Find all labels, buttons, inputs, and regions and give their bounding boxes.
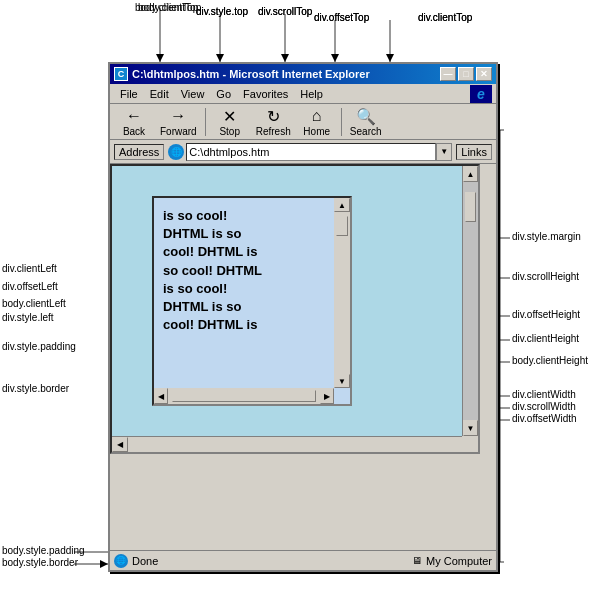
label-body-client-top-text: body.clientTop: [138, 2, 201, 13]
div-text-content: is so cool! DHTML is so cool! DHTML is s…: [159, 203, 330, 338]
label-div-client-width: div.clientWidth: [512, 389, 576, 400]
ie-addressbar: Address 🌐 C:\dhtmlpos.htm ▼ Links: [110, 140, 496, 164]
toolbar-separator-1: [205, 108, 206, 136]
address-label: Address: [114, 144, 164, 160]
stop-label: Stop: [219, 126, 240, 137]
menu-edit[interactable]: Edit: [144, 86, 175, 102]
back-label: Back: [123, 126, 145, 137]
home-button[interactable]: ⌂ Home: [297, 104, 337, 139]
div-scrollbar-horizontal[interactable]: ◀ ▶: [154, 388, 334, 404]
label-div-offset-height: div.offsetHeight: [512, 309, 580, 320]
forward-label: Forward: [160, 126, 197, 137]
ie-toolbar: ← Back → Forward ✕ Stop ↻ Refresh ⌂ Home: [110, 104, 496, 140]
label-div-offset-left: div.offsetLeft: [2, 281, 58, 292]
menu-favorites[interactable]: Favorites: [237, 86, 294, 102]
menu-go[interactable]: Go: [210, 86, 237, 102]
label-div-offset-width: div.offsetWidth: [512, 413, 577, 424]
div-scrollbar-vertical[interactable]: ▲ ▼: [334, 198, 350, 388]
ie-logo: e: [470, 85, 492, 103]
home-icon: ⌂: [305, 106, 329, 126]
links-button[interactable]: Links: [456, 144, 492, 160]
label-div-client-left: div.clientLeft: [2, 263, 57, 274]
address-globe-icon: 🌐: [168, 144, 184, 160]
ie-titlebar-icon: C: [114, 67, 128, 81]
forward-button[interactable]: → Forward: [156, 104, 201, 139]
address-input[interactable]: C:\dhtmlpos.htm: [186, 143, 436, 161]
svg-marker-7: [331, 54, 339, 62]
svg-marker-1: [156, 54, 164, 62]
menu-view[interactable]: View: [175, 86, 211, 102]
label-div-style-padding: div.style.padding: [2, 341, 76, 352]
minimize-button[interactable]: —: [440, 67, 456, 81]
home-label: Home: [303, 126, 330, 137]
label-div-offset-top-text: div.offsetTop: [314, 12, 369, 23]
ie-titlebar-left: C C:\dhtmlpos.htm - Microsoft Internet E…: [114, 67, 370, 81]
close-button[interactable]: ✕: [476, 67, 492, 81]
stop-icon: ✕: [218, 106, 242, 126]
back-button[interactable]: ← Back: [114, 104, 154, 139]
svg-marker-9: [386, 54, 394, 62]
label-div-style-left: div.style.left: [2, 312, 54, 323]
ie-scrollbar-horizontal[interactable]: ◀ ▶: [112, 436, 462, 452]
address-dropdown[interactable]: ▼: [436, 143, 452, 161]
ie-browser-window: C C:\dhtmlpos.htm - Microsoft Internet E…: [108, 62, 498, 572]
ie-statusbar: 🌐 Done 🖥 My Computer: [110, 550, 496, 570]
ie-scroll-thumb-v[interactable]: [465, 192, 476, 222]
svg-marker-3: [216, 54, 224, 62]
label-body-client-height: body.clientHeight: [512, 355, 588, 366]
div-scroll-thumb-v[interactable]: [336, 216, 348, 236]
label-div-scroll-width: div.scrollWidth: [512, 401, 576, 412]
label-div-scroll-height: div.scrollHeight: [512, 271, 579, 282]
menu-file[interactable]: File: [114, 86, 144, 102]
maximize-button[interactable]: □: [458, 67, 474, 81]
ie-content-area: is so cool! DHTML is so cool! DHTML is s…: [110, 164, 496, 570]
search-label: Search: [350, 126, 382, 137]
div-scroll-left[interactable]: ◀: [154, 388, 168, 404]
label-div-scroll-top-text: div.scrollTop: [258, 6, 312, 17]
diagram-container: body.clientTop body.clientTop div.style.…: [0, 0, 609, 602]
stop-button[interactable]: ✕ Stop: [210, 104, 250, 139]
ie-statusbar-globe-icon: 🌐: [114, 554, 128, 568]
svg-marker-5: [281, 54, 289, 62]
ie-statusbar-zone: 🖥 My Computer: [412, 555, 492, 567]
refresh-label: Refresh: [256, 126, 291, 137]
div-scroll-up[interactable]: ▲: [334, 198, 350, 212]
div-scroll-down[interactable]: ▼: [334, 374, 350, 388]
label-div-style-margin: div.style.margin: [512, 231, 581, 242]
ie-scroll-up-button[interactable]: ▲: [463, 166, 478, 182]
refresh-icon: ↻: [261, 106, 285, 126]
ie-statusbar-text: Done: [132, 555, 158, 567]
label-div-style-top-text: div.style.top: [196, 6, 248, 17]
ie-statusbar-status: 🌐 Done: [114, 554, 412, 568]
forward-icon: →: [166, 106, 190, 126]
ie-scroll-track-v[interactable]: [463, 182, 478, 420]
ie-titlebar-buttons[interactable]: — □ ✕: [440, 67, 492, 81]
label-div-client-top-text: div.clientTop: [418, 12, 472, 23]
ie-menubar: File Edit View Go Favorites Help e: [110, 84, 496, 104]
refresh-button[interactable]: ↻ Refresh: [252, 104, 295, 139]
ie-titlebar: C C:\dhtmlpos.htm - Microsoft Internet E…: [110, 64, 496, 84]
ie-statusbar-computer-icon: 🖥: [412, 555, 422, 566]
label-body-style-border: body.style.border: [2, 557, 78, 568]
ie-scroll-left-button[interactable]: ◀: [112, 437, 128, 452]
div-scroll-right[interactable]: ▶: [320, 388, 334, 404]
ie-scrollbar-vertical[interactable]: ▲ ▼: [462, 166, 478, 436]
ie-statusbar-zone-text: My Computer: [426, 555, 492, 567]
ie-scroll-down-button[interactable]: ▼: [463, 420, 478, 436]
label-body-client-left: body.clientLeft: [2, 298, 66, 309]
label-div-style-border: div.style.border: [2, 383, 69, 394]
ie-scrollbar-corner: [462, 436, 478, 452]
content-div-box: is so cool! DHTML is so cool! DHTML is s…: [152, 196, 352, 406]
label-div-client-height: div.clientHeight: [512, 333, 579, 344]
ie-content: is so cool! DHTML is so cool! DHTML is s…: [110, 164, 480, 454]
ie-scroll-right-button[interactable]: ▶: [446, 452, 462, 454]
search-button[interactable]: 🔍 Search: [346, 104, 386, 139]
ie-content-inner: is so cool! DHTML is so cool! DHTML is s…: [112, 166, 462, 436]
menu-help[interactable]: Help: [294, 86, 329, 102]
label-body-style-padding: body.style.padding: [2, 545, 85, 556]
back-icon: ←: [122, 106, 146, 126]
search-icon: 🔍: [354, 106, 378, 126]
div-scroll-thumb-h[interactable]: [172, 390, 316, 402]
toolbar-separator-2: [341, 108, 342, 136]
ie-title: C:\dhtmlpos.htm - Microsoft Internet Exp…: [132, 68, 370, 80]
